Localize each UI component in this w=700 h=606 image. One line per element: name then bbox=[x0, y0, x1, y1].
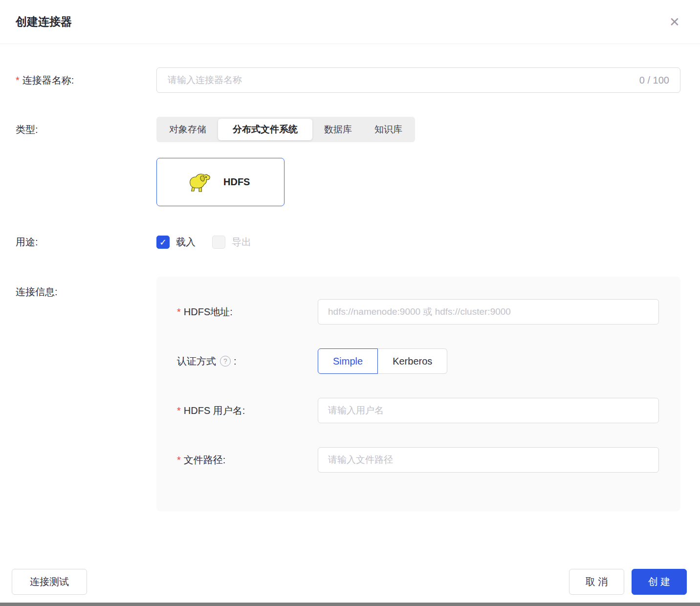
required-mark: * bbox=[177, 306, 181, 318]
help-icon[interactable]: ? bbox=[220, 356, 231, 367]
file-path-row: *文件路径: bbox=[177, 447, 659, 473]
auth-method-row: 认证方式?: Simple Kerberos bbox=[177, 348, 659, 374]
auth-method-label: 认证方式?: bbox=[177, 355, 318, 368]
hdfs-address-label: *HDFS地址: bbox=[177, 305, 318, 319]
auth-method-label-text: 认证方式 bbox=[177, 355, 216, 368]
connection-info-panel: *HDFS地址: 认证方式?: Simple Kerberos *HDFS 用户… bbox=[156, 277, 680, 511]
char-counter: 0 / 100 bbox=[639, 75, 669, 86]
checkbox-export[interactable]: 导出 bbox=[212, 236, 251, 249]
hdfs-address-label-text: HDFS地址: bbox=[184, 305, 233, 319]
connection-info-label: 连接信息: bbox=[0, 277, 156, 299]
dialog-footer: 连接测试 取 消 创 建 bbox=[0, 569, 700, 595]
cancel-button[interactable]: 取 消 bbox=[569, 569, 624, 595]
connector-name-label-text: 连接器名称: bbox=[22, 75, 74, 86]
create-button[interactable]: 创 建 bbox=[632, 569, 687, 595]
purpose-options: ✓ 载入 导出 bbox=[156, 236, 680, 249]
required-mark: * bbox=[177, 454, 181, 466]
file-path-label-text: 文件路径: bbox=[184, 454, 226, 467]
checkbox-empty-icon[interactable] bbox=[212, 236, 225, 249]
auth-method-options: Simple Kerberos bbox=[318, 348, 447, 374]
tab-knowledge-base[interactable]: 知识库 bbox=[364, 119, 413, 140]
page-bottom-strip bbox=[0, 603, 700, 606]
checkbox-load[interactable]: ✓ 载入 bbox=[156, 236, 196, 249]
connector-name-field: 0 / 100 bbox=[156, 67, 680, 93]
hdfs-address-input[interactable] bbox=[318, 299, 659, 325]
tab-distributed-file-system[interactable]: 分布式文件系统 bbox=[218, 119, 312, 140]
hdfs-username-label: *HDFS 用户名: bbox=[177, 404, 318, 417]
radio-simple[interactable]: Simple bbox=[318, 348, 378, 374]
connection-test-button[interactable]: 连接测试 bbox=[12, 569, 87, 595]
create-connector-dialog: 创建连接器 ✕ *连接器名称: 0 / 100 类型: 对象存储 分布式文件系统… bbox=[0, 0, 700, 606]
connector-name-label: *连接器名称: bbox=[0, 74, 156, 87]
radio-kerberos[interactable]: Kerberos bbox=[378, 348, 447, 374]
checkbox-checked-icon[interactable]: ✓ bbox=[156, 236, 170, 249]
checkbox-export-label: 导出 bbox=[232, 236, 251, 249]
dialog-title: 创建连接器 bbox=[16, 14, 72, 29]
hdfs-card[interactable]: HDFS bbox=[156, 158, 284, 206]
file-path-input[interactable] bbox=[318, 447, 659, 473]
type-row: 类型: 对象存储 分布式文件系统 数据库 知识库 HDFS bbox=[0, 117, 700, 206]
purpose-label: 用途: bbox=[0, 236, 156, 249]
required-mark: * bbox=[16, 75, 20, 86]
connector-name-row: *连接器名称: 0 / 100 bbox=[0, 67, 700, 93]
connection-info-row: 连接信息: *HDFS地址: 认证方式?: Simple Kerberos *H… bbox=[0, 277, 700, 511]
checkbox-load-label: 载入 bbox=[176, 236, 196, 249]
hdfs-username-input[interactable] bbox=[318, 398, 659, 423]
type-label: 类型: bbox=[0, 117, 156, 142]
close-icon[interactable]: ✕ bbox=[666, 13, 683, 31]
tab-database[interactable]: 数据库 bbox=[313, 119, 363, 140]
connector-name-input[interactable] bbox=[168, 75, 633, 86]
file-path-label: *文件路径: bbox=[177, 454, 318, 467]
required-mark: * bbox=[177, 405, 181, 416]
tab-object-storage[interactable]: 对象存储 bbox=[158, 119, 217, 140]
hdfs-address-row: *HDFS地址: bbox=[177, 299, 659, 325]
hdfs-username-label-text: HDFS 用户名: bbox=[184, 404, 245, 417]
hdfs-card-label: HDFS bbox=[223, 176, 250, 188]
type-tabs: 对象存储 分布式文件系统 数据库 知识库 bbox=[156, 117, 415, 142]
auth-method-colon: : bbox=[234, 356, 237, 367]
hdfs-username-row: *HDFS 用户名: bbox=[177, 398, 659, 423]
dialog-header: 创建连接器 ✕ bbox=[0, 0, 700, 44]
hadoop-elephant-icon bbox=[187, 172, 211, 193]
purpose-row: 用途: ✓ 载入 导出 bbox=[0, 236, 700, 249]
